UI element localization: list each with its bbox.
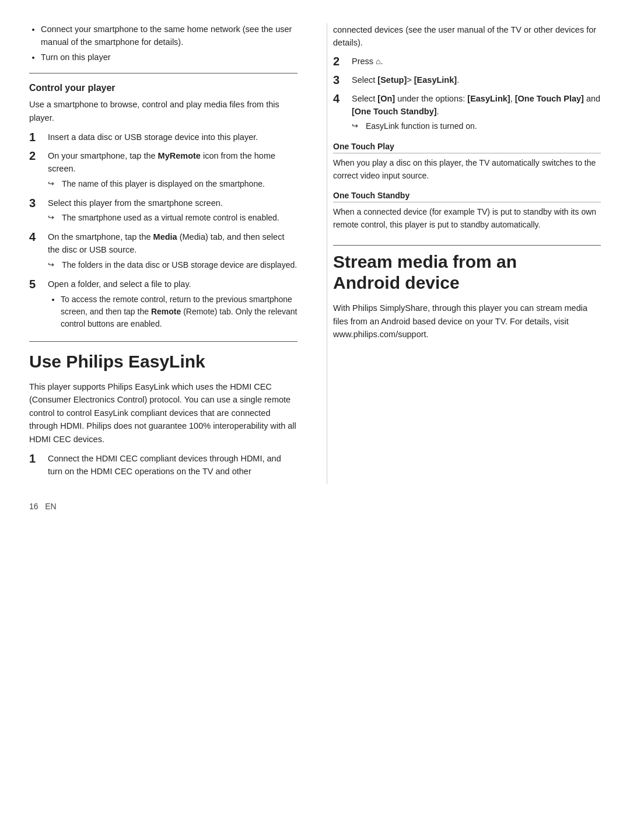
easylink-section-title: Use Philips EasyLink bbox=[29, 351, 298, 372]
step-1: 1 Insert a data disc or USB storage devi… bbox=[29, 131, 298, 144]
stream-divider bbox=[333, 245, 601, 246]
arrow-icon: ↪ bbox=[48, 259, 60, 271]
easylink-step-1-content: Connect the HDMI CEC compliant devices t… bbox=[48, 453, 298, 478]
step-2-text-before: On your smartphone, tap the bbox=[48, 151, 158, 160]
easylink-step-1: 1 Connect the HDMI CEC compliant devices… bbox=[29, 453, 298, 478]
step-5: 5 Open a folder, and select a file to pl… bbox=[29, 278, 298, 332]
step3-after: > bbox=[407, 75, 414, 85]
control-section-title: Control your player bbox=[29, 83, 298, 93]
step-5-bullet-1: To access the remote control, return to … bbox=[61, 293, 298, 330]
section-divider bbox=[29, 73, 298, 74]
step-num-4: 4 bbox=[29, 230, 48, 244]
step-2-bold: MyRemote bbox=[158, 151, 201, 160]
home-icon: ⌂ bbox=[376, 57, 380, 65]
step-4-sub-text: The folders in the data disc or USB stor… bbox=[62, 259, 297, 271]
bullet-item: Turn on this player bbox=[41, 51, 298, 64]
step-4-sub-text-right: EasyLink function is turned on. bbox=[366, 120, 477, 132]
step-3-sub-1: ↪ The smartphone used as a virtual remot… bbox=[48, 212, 298, 224]
right-step-num-4: 4 bbox=[333, 92, 352, 106]
step-3-content: Select this player from the smartphone s… bbox=[48, 197, 298, 226]
step-5-bullets: To access the remote control, return to … bbox=[48, 293, 298, 330]
step-3-subs: ↪ The smartphone used as a virtual remot… bbox=[48, 212, 298, 224]
step-3-text: Select this player from the smartphone s… bbox=[48, 198, 223, 208]
step3-bracket2: [EasyLink] bbox=[414, 75, 457, 85]
easylink-intro: This player supports Philips EasyLink wh… bbox=[29, 380, 298, 446]
right-step-num-3: 3 bbox=[333, 73, 352, 87]
arrow-icon: ↪ bbox=[48, 178, 60, 190]
remote-bold: Remote bbox=[151, 307, 181, 316]
right-step-4: 4 Select [On] under the options: [EasyLi… bbox=[333, 93, 601, 134]
arrow-icon: ↪ bbox=[352, 120, 363, 132]
step-2-sub-text: The name of this player is displayed on … bbox=[62, 178, 265, 190]
step-4-content: On the smartphone, tap the Media (Media)… bbox=[48, 231, 298, 272]
step-4-subs-right: ↪ EasyLink function is turned on. bbox=[352, 120, 601, 132]
step-4: 4 On the smartphone, tap the Media (Medi… bbox=[29, 231, 298, 272]
press-period: . bbox=[381, 57, 383, 66]
step-3: 3 Select this player from the smartphone… bbox=[29, 197, 298, 226]
step-4-text-before: On the smartphone, tap the bbox=[48, 232, 153, 242]
step-5-bullet-text: To access the remote control, return to … bbox=[61, 295, 297, 328]
stream-section-text: With Philips SimplyShare, through this p… bbox=[333, 302, 601, 341]
one-touch-play-title: One Touch Play bbox=[333, 142, 601, 153]
step4-bracket2: [EasyLink] bbox=[467, 94, 510, 103]
stream-title-line1: Stream media from an bbox=[333, 252, 517, 271]
right-step-4-content: Select [On] under the options: [EasyLink… bbox=[352, 93, 601, 134]
easylink-step-1-text: Connect the HDMI CEC compliant devices t… bbox=[48, 454, 281, 476]
right-step-3: 3 Select [Setup]> [EasyLink]. bbox=[333, 74, 601, 87]
step-4-sub-right: ↪ EasyLink function is turned on. bbox=[352, 120, 601, 132]
step3-before: Select bbox=[352, 75, 377, 85]
page-footer: 16 EN bbox=[29, 502, 601, 511]
stream-title-line2: Android device bbox=[333, 273, 460, 292]
stream-section-title: Stream media from an Android device bbox=[333, 251, 601, 293]
easylink-divider bbox=[29, 341, 298, 342]
step-2-subs: ↪ The name of this player is displayed o… bbox=[48, 178, 298, 190]
step3-end: . bbox=[457, 75, 459, 85]
page-lang: EN bbox=[45, 502, 56, 511]
right-step-num-2: 2 bbox=[333, 54, 352, 68]
one-touch-standby-text: When a connected device (for example TV)… bbox=[333, 206, 601, 231]
page-content: Connect your smartphone to the same home… bbox=[29, 23, 601, 484]
right-step-3-content: Select [Setup]> [EasyLink]. bbox=[352, 74, 601, 87]
step-2: 2 On your smartphone, tap the MyRemote i… bbox=[29, 150, 298, 191]
step-num-1: 1 bbox=[29, 130, 48, 144]
control-section-intro: Use a smartphone to browse, control and … bbox=[29, 98, 298, 124]
step-4-sub-1: ↪ The folders in the data disc or USB st… bbox=[48, 259, 298, 271]
step4-mid: , bbox=[510, 94, 515, 103]
intro-bullets: Connect your smartphone to the same home… bbox=[29, 23, 298, 64]
step-1-text: Insert a data disc or USB storage device… bbox=[48, 132, 258, 142]
page-number: 16 bbox=[29, 502, 38, 511]
step-num-5: 5 bbox=[29, 277, 48, 291]
step-4-bold: Media bbox=[153, 232, 177, 242]
step-1-content: Insert a data disc or USB storage device… bbox=[48, 131, 298, 144]
left-column: Connect your smartphone to the same home… bbox=[29, 23, 303, 484]
step-5-text: Open a folder, and select a file to play… bbox=[48, 279, 191, 289]
continued-text: connected devices (see the user manual o… bbox=[333, 23, 601, 50]
step4-bracket3: [One Touch Play] bbox=[515, 94, 584, 103]
control-steps-list: 1 Insert a data disc or USB storage devi… bbox=[29, 131, 298, 332]
step4-end: . bbox=[437, 107, 439, 116]
arrow-icon: ↪ bbox=[48, 212, 60, 223]
right-steps-list: 2 Press ⌂. 3 Select [Setup]> [EasyLink].… bbox=[333, 55, 601, 134]
step-5-content: Open a folder, and select a file to play… bbox=[48, 278, 298, 332]
step-2-content: On your smartphone, tap the MyRemote ico… bbox=[48, 150, 298, 191]
step-4-subs: ↪ The folders in the data disc or USB st… bbox=[48, 259, 298, 271]
easylink-step-num-1: 1 bbox=[29, 452, 48, 466]
right-step-2-content: Press ⌂. bbox=[352, 55, 601, 68]
step3-bracket1: [Setup] bbox=[377, 75, 407, 85]
step4-bracket1: [On] bbox=[377, 94, 395, 103]
right-step-2: 2 Press ⌂. bbox=[333, 55, 601, 68]
step-num-2: 2 bbox=[29, 149, 48, 163]
bullet-item: Connect your smartphone to the same home… bbox=[41, 23, 298, 49]
press-label: Press bbox=[352, 57, 376, 66]
step4-bracket4: [One Touch Standby] bbox=[352, 107, 437, 116]
one-touch-standby-title: One Touch Standby bbox=[333, 191, 601, 202]
step4-after: under the options: bbox=[395, 94, 467, 103]
step-num-3: 3 bbox=[29, 196, 48, 210]
easylink-steps-list: 1 Connect the HDMI CEC compliant devices… bbox=[29, 453, 298, 478]
step-3-sub-text: The smartphone used as a virtual remote … bbox=[62, 212, 279, 224]
step4-mid2: and bbox=[584, 94, 600, 103]
one-touch-play-text: When you play a disc on this player, the… bbox=[333, 157, 601, 182]
step-2-sub-1: ↪ The name of this player is displayed o… bbox=[48, 178, 298, 190]
step4-before: Select bbox=[352, 94, 377, 103]
right-column: connected devices (see the user manual o… bbox=[327, 23, 601, 484]
